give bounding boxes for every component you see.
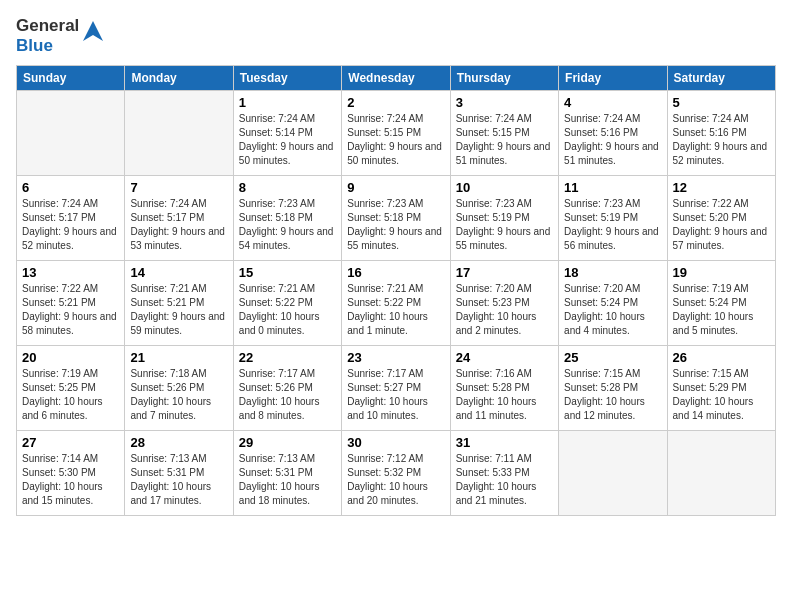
header-tuesday: Tuesday (233, 65, 341, 90)
day-cell (667, 430, 775, 515)
day-info: Sunrise: 7:20 AM Sunset: 5:24 PM Dayligh… (564, 282, 661, 338)
day-cell: 21Sunrise: 7:18 AM Sunset: 5:26 PM Dayli… (125, 345, 233, 430)
day-cell: 19Sunrise: 7:19 AM Sunset: 5:24 PM Dayli… (667, 260, 775, 345)
day-number: 15 (239, 265, 336, 280)
day-info: Sunrise: 7:22 AM Sunset: 5:20 PM Dayligh… (673, 197, 770, 253)
header-sunday: Sunday (17, 65, 125, 90)
day-info: Sunrise: 7:24 AM Sunset: 5:15 PM Dayligh… (347, 112, 444, 168)
day-number: 19 (673, 265, 770, 280)
day-number: 16 (347, 265, 444, 280)
day-info: Sunrise: 7:24 AM Sunset: 5:16 PM Dayligh… (564, 112, 661, 168)
day-info: Sunrise: 7:24 AM Sunset: 5:14 PM Dayligh… (239, 112, 336, 168)
day-info: Sunrise: 7:19 AM Sunset: 5:25 PM Dayligh… (22, 367, 119, 423)
day-number: 27 (22, 435, 119, 450)
day-number: 14 (130, 265, 227, 280)
day-info: Sunrise: 7:15 AM Sunset: 5:28 PM Dayligh… (564, 367, 661, 423)
day-info: Sunrise: 7:23 AM Sunset: 5:18 PM Dayligh… (347, 197, 444, 253)
logo-bird-icon (83, 21, 103, 41)
header-wednesday: Wednesday (342, 65, 450, 90)
day-number: 31 (456, 435, 553, 450)
day-info: Sunrise: 7:16 AM Sunset: 5:28 PM Dayligh… (456, 367, 553, 423)
header-thursday: Thursday (450, 65, 558, 90)
day-cell: 26Sunrise: 7:15 AM Sunset: 5:29 PM Dayli… (667, 345, 775, 430)
day-info: Sunrise: 7:23 AM Sunset: 5:19 PM Dayligh… (564, 197, 661, 253)
header-friday: Friday (559, 65, 667, 90)
day-number: 25 (564, 350, 661, 365)
day-cell: 1Sunrise: 7:24 AM Sunset: 5:14 PM Daylig… (233, 90, 341, 175)
day-number: 12 (673, 180, 770, 195)
day-info: Sunrise: 7:24 AM Sunset: 5:15 PM Dayligh… (456, 112, 553, 168)
day-cell: 27Sunrise: 7:14 AM Sunset: 5:30 PM Dayli… (17, 430, 125, 515)
day-info: Sunrise: 7:22 AM Sunset: 5:21 PM Dayligh… (22, 282, 119, 338)
day-cell (17, 90, 125, 175)
day-cell: 16Sunrise: 7:21 AM Sunset: 5:22 PM Dayli… (342, 260, 450, 345)
day-info: Sunrise: 7:11 AM Sunset: 5:33 PM Dayligh… (456, 452, 553, 508)
day-cell: 28Sunrise: 7:13 AM Sunset: 5:31 PM Dayli… (125, 430, 233, 515)
day-cell: 6Sunrise: 7:24 AM Sunset: 5:17 PM Daylig… (17, 175, 125, 260)
day-cell: 11Sunrise: 7:23 AM Sunset: 5:19 PM Dayli… (559, 175, 667, 260)
day-cell: 25Sunrise: 7:15 AM Sunset: 5:28 PM Dayli… (559, 345, 667, 430)
day-cell: 3Sunrise: 7:24 AM Sunset: 5:15 PM Daylig… (450, 90, 558, 175)
day-info: Sunrise: 7:24 AM Sunset: 5:16 PM Dayligh… (673, 112, 770, 168)
day-info: Sunrise: 7:21 AM Sunset: 5:22 PM Dayligh… (239, 282, 336, 338)
day-info: Sunrise: 7:20 AM Sunset: 5:23 PM Dayligh… (456, 282, 553, 338)
day-info: Sunrise: 7:24 AM Sunset: 5:17 PM Dayligh… (130, 197, 227, 253)
day-number: 3 (456, 95, 553, 110)
day-number: 20 (22, 350, 119, 365)
day-number: 24 (456, 350, 553, 365)
day-number: 1 (239, 95, 336, 110)
day-cell: 14Sunrise: 7:21 AM Sunset: 5:21 PM Dayli… (125, 260, 233, 345)
logo-line2: Blue (16, 36, 79, 56)
day-cell: 31Sunrise: 7:11 AM Sunset: 5:33 PM Dayli… (450, 430, 558, 515)
day-cell: 5Sunrise: 7:24 AM Sunset: 5:16 PM Daylig… (667, 90, 775, 175)
day-cell: 10Sunrise: 7:23 AM Sunset: 5:19 PM Dayli… (450, 175, 558, 260)
day-number: 5 (673, 95, 770, 110)
day-cell: 18Sunrise: 7:20 AM Sunset: 5:24 PM Dayli… (559, 260, 667, 345)
header-saturday: Saturday (667, 65, 775, 90)
day-number: 7 (130, 180, 227, 195)
day-number: 22 (239, 350, 336, 365)
day-number: 28 (130, 435, 227, 450)
logo-line1: General (16, 16, 79, 36)
day-number: 30 (347, 435, 444, 450)
day-number: 18 (564, 265, 661, 280)
svg-marker-0 (83, 21, 103, 41)
day-number: 11 (564, 180, 661, 195)
day-number: 26 (673, 350, 770, 365)
day-number: 10 (456, 180, 553, 195)
day-cell: 23Sunrise: 7:17 AM Sunset: 5:27 PM Dayli… (342, 345, 450, 430)
day-info: Sunrise: 7:12 AM Sunset: 5:32 PM Dayligh… (347, 452, 444, 508)
week-row-3: 13Sunrise: 7:22 AM Sunset: 5:21 PM Dayli… (17, 260, 776, 345)
day-number: 2 (347, 95, 444, 110)
day-info: Sunrise: 7:23 AM Sunset: 5:19 PM Dayligh… (456, 197, 553, 253)
day-number: 8 (239, 180, 336, 195)
day-info: Sunrise: 7:23 AM Sunset: 5:18 PM Dayligh… (239, 197, 336, 253)
week-row-4: 20Sunrise: 7:19 AM Sunset: 5:25 PM Dayli… (17, 345, 776, 430)
day-cell: 30Sunrise: 7:12 AM Sunset: 5:32 PM Dayli… (342, 430, 450, 515)
calendar-header-row: SundayMondayTuesdayWednesdayThursdayFrid… (17, 65, 776, 90)
day-info: Sunrise: 7:17 AM Sunset: 5:26 PM Dayligh… (239, 367, 336, 423)
week-row-5: 27Sunrise: 7:14 AM Sunset: 5:30 PM Dayli… (17, 430, 776, 515)
day-info: Sunrise: 7:19 AM Sunset: 5:24 PM Dayligh… (673, 282, 770, 338)
day-cell: 20Sunrise: 7:19 AM Sunset: 5:25 PM Dayli… (17, 345, 125, 430)
day-cell: 29Sunrise: 7:13 AM Sunset: 5:31 PM Dayli… (233, 430, 341, 515)
day-info: Sunrise: 7:18 AM Sunset: 5:26 PM Dayligh… (130, 367, 227, 423)
day-cell: 8Sunrise: 7:23 AM Sunset: 5:18 PM Daylig… (233, 175, 341, 260)
day-info: Sunrise: 7:17 AM Sunset: 5:27 PM Dayligh… (347, 367, 444, 423)
day-info: Sunrise: 7:13 AM Sunset: 5:31 PM Dayligh… (130, 452, 227, 508)
day-number: 4 (564, 95, 661, 110)
day-info: Sunrise: 7:14 AM Sunset: 5:30 PM Dayligh… (22, 452, 119, 508)
header-monday: Monday (125, 65, 233, 90)
week-row-1: 1Sunrise: 7:24 AM Sunset: 5:14 PM Daylig… (17, 90, 776, 175)
day-cell: 7Sunrise: 7:24 AM Sunset: 5:17 PM Daylig… (125, 175, 233, 260)
day-cell: 9Sunrise: 7:23 AM Sunset: 5:18 PM Daylig… (342, 175, 450, 260)
day-info: Sunrise: 7:24 AM Sunset: 5:17 PM Dayligh… (22, 197, 119, 253)
day-cell: 12Sunrise: 7:22 AM Sunset: 5:20 PM Dayli… (667, 175, 775, 260)
calendar-table: SundayMondayTuesdayWednesdayThursdayFrid… (16, 65, 776, 516)
day-cell: 2Sunrise: 7:24 AM Sunset: 5:15 PM Daylig… (342, 90, 450, 175)
page-header: General Blue (16, 16, 776, 57)
day-number: 29 (239, 435, 336, 450)
logo: General Blue (16, 16, 103, 57)
day-number: 9 (347, 180, 444, 195)
day-info: Sunrise: 7:21 AM Sunset: 5:22 PM Dayligh… (347, 282, 444, 338)
